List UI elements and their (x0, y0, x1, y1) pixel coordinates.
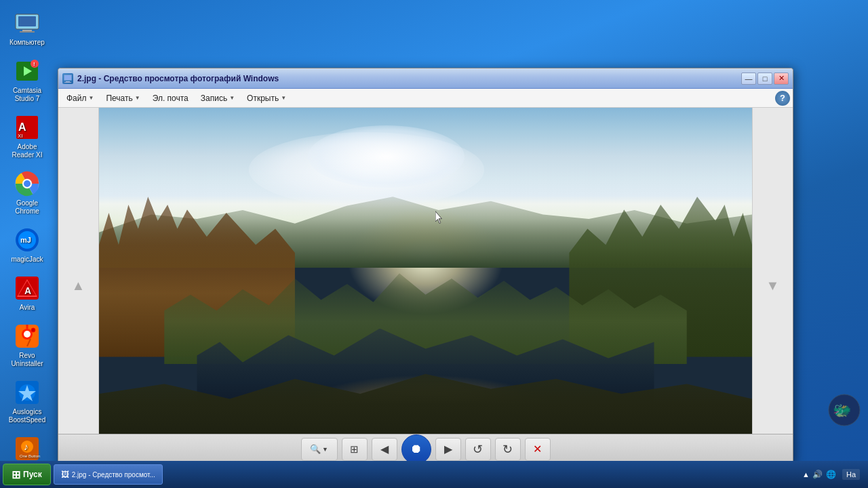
photo-display (99, 108, 752, 464)
start-button[interactable]: ⊞ Пуск (3, 464, 51, 485)
photo-viewer-window: 2.jpg - Средство просмотра фотографий Wi… (58, 68, 793, 464)
delete-button[interactable]: ✕ (525, 438, 551, 461)
watermark: 🐲 (827, 393, 861, 427)
svg-text:♪: ♪ (24, 441, 28, 452)
cloud-2 (308, 125, 465, 188)
svg-rect-3 (20, 31, 35, 33)
start-icon: ⊞ (12, 468, 20, 481)
next-button[interactable]: ▶ (435, 438, 461, 461)
chevron-down-icon: ▼ (89, 95, 94, 101)
chevron-down-icon: ▼ (281, 95, 286, 101)
svg-text:mJ: mJ (20, 236, 31, 244)
svg-text:One Button: One Button (20, 454, 40, 458)
svg-text:A: A (18, 121, 26, 133)
zoom-button[interactable]: 🔍 ▼ (301, 438, 338, 461)
rotate-left-button[interactable]: ↺ (465, 438, 491, 461)
desktop-icon-label: Avira (20, 304, 35, 312)
maximize-button[interactable]: □ (757, 73, 772, 85)
desktop-icon-adobe[interactable]: A XI Adobe Reader XI (3, 111, 51, 162)
desktop-icon-auslogics[interactable]: Auslogics BoostSpeed (3, 376, 51, 427)
left-sidebar: ▲ (58, 108, 99, 464)
right-sidebar: ▼ (752, 108, 793, 464)
desktop-icon-label: Google Chrome (6, 199, 48, 216)
desktop-icon-computer[interactable]: Компьютер (3, 7, 51, 49)
desktop-icon-label: Revo Uninstaller (6, 352, 48, 368)
desktop-icon-label: Camtasia Studio 7 (6, 87, 48, 103)
desktop-icon-label: Adobe Reader XI (6, 143, 48, 159)
svg-text:A: A (24, 285, 31, 296)
slideshow-button[interactable]: ⏺ (401, 434, 431, 464)
desktop: Компьютер ! Camtasia Studio 7 A XI (0, 0, 868, 461)
help-button[interactable]: ? (775, 91, 790, 106)
title-bar: 2.jpg - Средство просмотра фотографий Wi… (58, 68, 793, 89)
svg-text:XI: XI (18, 133, 23, 139)
chevron-down-icon: ▼ (135, 95, 140, 101)
prev-icon: ◀ (380, 443, 389, 455)
taskbar-window-btn[interactable]: 🖼 2.jpg - Средство просмот... (54, 464, 163, 485)
rotate-left-icon: ↺ (473, 442, 483, 457)
svg-text:🐲: 🐲 (833, 401, 852, 420)
desktop-icons: Компьютер ! Camtasia Studio 7 A XI (0, 0, 54, 482)
desktop-icon-magicjack[interactable]: mJ magicJack (3, 224, 51, 266)
taskbar-na-text: Нa (842, 469, 860, 480)
window-title: 2.jpg - Средство просмотра фотографий Wi… (77, 74, 741, 83)
prev-button[interactable]: ◀ (372, 438, 397, 461)
next-icon: ▶ (444, 443, 452, 455)
taskbar-right: ▲ 🔊 🌐 Нa (802, 469, 865, 480)
svg-point-23 (24, 331, 31, 338)
taskbar-icon: 🖼 (61, 470, 69, 479)
menu-print[interactable]: Печать ▼ (100, 92, 145, 105)
desktop-icon-label: Компьютер (9, 39, 45, 47)
taskbar: ⊞ Пуск 🖼 2.jpg - Средство просмот... ▲ 🔊… (0, 461, 868, 488)
menu-email[interactable]: Эл. почта (147, 92, 194, 105)
taskbar-window-label: 2.jpg - Средство просмот... (72, 471, 155, 479)
desktop-icon-camtasia[interactable]: ! Camtasia Studio 7 (3, 55, 51, 106)
menu-bar: Файл ▼ Печать ▼ Эл. почта Запись ▼ Откры… (58, 89, 793, 108)
svg-rect-36 (66, 81, 70, 82)
svg-rect-1 (18, 16, 36, 26)
minimize-button[interactable]: — (741, 73, 756, 85)
desktop-icon-revo[interactable]: Revo Uninstaller (3, 320, 51, 371)
svg-rect-35 (64, 75, 71, 80)
svg-point-13 (24, 180, 31, 187)
svg-point-25 (31, 328, 35, 332)
delete-icon: ✕ (533, 443, 542, 455)
image-area: ▲ (58, 108, 793, 464)
tray-sound-icon[interactable]: 🔊 (812, 469, 823, 480)
rotate-right-button[interactable]: ↻ (495, 438, 521, 461)
actual-size-icon: ⊞ (350, 443, 359, 455)
tray-network-icon[interactable]: 🌐 (826, 469, 837, 480)
tray-show-btn[interactable]: ▲ (802, 470, 810, 479)
actual-size-button[interactable]: ⊞ (342, 438, 368, 461)
window-controls: — □ ✕ (741, 73, 789, 85)
scroll-up-icon: ▲ (72, 278, 85, 293)
menu-file[interactable]: Файл ▼ (61, 92, 99, 105)
svg-text:!: ! (33, 61, 35, 67)
start-label: Пуск (23, 470, 42, 479)
scroll-down-icon: ▼ (766, 278, 780, 293)
zoom-icon: 🔍 (310, 444, 321, 454)
window-icon (62, 73, 73, 84)
chevron-down-icon: ▼ (322, 446, 328, 453)
play-icon: ⏺ (410, 442, 422, 456)
menu-record[interactable]: Запись ▼ (195, 92, 240, 105)
svg-rect-37 (64, 82, 71, 83)
desktop-icon-label: magicJack (11, 256, 43, 264)
desktop-icon-chrome[interactable]: Google Chrome (3, 167, 51, 218)
close-button[interactable]: ✕ (774, 73, 789, 85)
rotate-right-icon: ↻ (502, 442, 513, 457)
taskbar-tray: ▲ 🔊 🌐 (802, 469, 837, 480)
desktop-icon-avira[interactable]: A Avira (3, 272, 51, 314)
desktop-icon-label: Auslogics BoostSpeed (6, 408, 48, 424)
menu-open[interactable]: Открыть ▼ (241, 92, 292, 105)
chevron-down-icon: ▼ (229, 95, 235, 101)
window-toolbar: 🔍 ▼ ⊞ ◀ ⏺ ▶ (58, 434, 793, 464)
